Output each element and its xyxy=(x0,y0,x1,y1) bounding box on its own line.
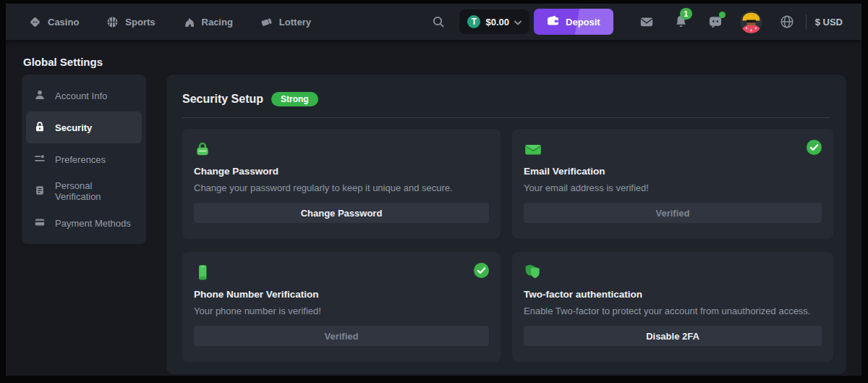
sidebar-item-label: Preferences xyxy=(55,154,106,165)
nav-item-label: Lottery xyxy=(279,17,311,28)
sidebar-item-label: Personal Verification xyxy=(55,180,134,202)
verified-check-icon xyxy=(807,140,822,158)
panel-header: Security Setup Strong xyxy=(166,75,846,106)
mail-icon[interactable] xyxy=(639,14,654,29)
two-factor-card: Two-factor authentication Enable Two-fac… xyxy=(512,252,833,362)
phone-verification-card: Phone Number Verification Your phone num… xyxy=(182,252,501,362)
preferences-icon xyxy=(34,153,46,167)
shields-icon xyxy=(524,264,822,281)
balance-dropdown[interactable]: T $0.00 xyxy=(459,9,529,34)
card-description: Enable Two-factor to protect your accoun… xyxy=(524,306,822,316)
bell-icon[interactable]: 1 xyxy=(674,14,688,29)
verified-check-icon xyxy=(474,263,489,281)
change-password-card: Change Password Change your password reg… xyxy=(182,129,501,239)
settings-sidebar: Account Info Security Preferences Person… xyxy=(22,75,146,244)
app-window: Casino Sports Racing Lottery T $0.00 xyxy=(6,4,861,376)
nav-item-lottery[interactable]: Lottery xyxy=(260,16,311,28)
security-panel: Security Setup Strong Change Password Ch… xyxy=(166,75,846,374)
tether-coin-icon: T xyxy=(467,15,480,28)
sidebar-item-payment-methods[interactable]: Payment Methods xyxy=(26,207,142,239)
card-title: Change Password xyxy=(194,166,489,177)
chevron-down-icon xyxy=(514,15,522,28)
phone-icon xyxy=(194,264,489,281)
avatar[interactable] xyxy=(740,11,762,33)
card-description: Change your password regularly to keep i… xyxy=(194,182,489,193)
strength-badge: Strong xyxy=(271,92,318,106)
padlock-icon xyxy=(194,140,489,158)
deposit-label: Deposit xyxy=(566,17,600,28)
nav-item-casino[interactable]: Casino xyxy=(29,16,79,28)
navbar-actions: T $0.00 Deposit 1 $ USD xyxy=(432,9,843,35)
currency-selector[interactable]: $ USD xyxy=(815,17,843,28)
top-navbar: Casino Sports Racing Lottery T $0.00 xyxy=(6,4,861,40)
sidebar-item-security[interactable]: Security xyxy=(26,111,142,143)
deposit-button[interactable]: Deposit xyxy=(534,9,613,35)
document-icon xyxy=(34,185,46,198)
user-icon xyxy=(34,89,46,103)
chat-status-dot xyxy=(719,12,726,18)
sidebar-item-account-info[interactable]: Account Info xyxy=(26,80,142,111)
email-verification-card: Email Verification Your email address is… xyxy=(512,129,833,239)
nav-item-sports[interactable]: Sports xyxy=(106,16,155,28)
sidebar-item-label: Security xyxy=(55,122,92,133)
card-title: Email Verification xyxy=(524,166,822,177)
change-password-button[interactable]: Change Password xyxy=(194,203,489,223)
security-cards: Change Password Change your password reg… xyxy=(182,129,833,362)
sidebar-item-preferences[interactable]: Preferences xyxy=(26,143,142,175)
casino-icon xyxy=(29,16,41,28)
card-icon xyxy=(34,216,46,230)
header-divider xyxy=(182,117,830,118)
divider xyxy=(806,14,807,29)
email-verified-button: Verified xyxy=(524,203,822,223)
card-description: Your phone number is verified! xyxy=(194,306,489,316)
page-title: Global Settings xyxy=(23,56,103,68)
wallet-icon xyxy=(547,15,559,28)
notification-badge: 1 xyxy=(680,8,692,20)
sports-icon xyxy=(106,16,119,28)
racing-icon xyxy=(183,16,195,28)
lock-icon xyxy=(34,121,46,135)
search-icon[interactable] xyxy=(432,15,445,28)
nav-item-label: Casino xyxy=(48,17,79,28)
card-title: Phone Number Verification xyxy=(194,289,489,300)
sidebar-item-label: Payment Methods xyxy=(55,218,131,229)
chat-icon[interactable] xyxy=(708,14,723,29)
nav-item-label: Sports xyxy=(125,17,155,28)
disable-2fa-button[interactable]: Disable 2FA xyxy=(524,326,822,346)
card-title: Two-factor authentication xyxy=(524,289,822,300)
card-description: Your email address is verified! xyxy=(524,182,822,193)
lottery-icon xyxy=(260,16,273,28)
envelope-icon xyxy=(524,140,822,158)
nav-item-label: Racing xyxy=(202,17,233,28)
balance-amount: $0.00 xyxy=(485,17,509,28)
globe-icon[interactable] xyxy=(780,14,794,29)
primary-nav: Casino Sports Racing Lottery xyxy=(29,16,311,28)
sidebar-item-personal-verification[interactable]: Personal Verification xyxy=(26,175,142,207)
phone-verified-button: Verified xyxy=(194,326,489,346)
nav-item-racing[interactable]: Racing xyxy=(183,16,233,28)
panel-title: Security Setup xyxy=(182,93,263,106)
sidebar-item-label: Account Info xyxy=(55,91,107,101)
